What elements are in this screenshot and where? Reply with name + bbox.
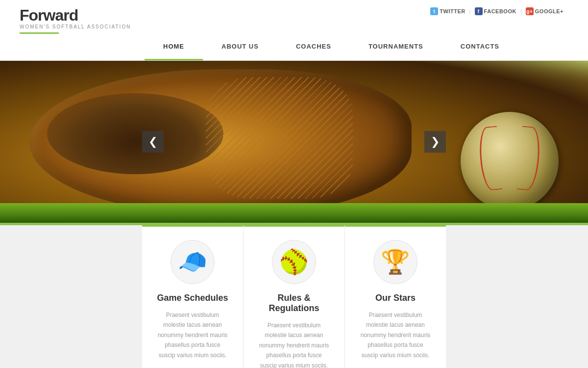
divider-2: | xyxy=(520,8,522,14)
card-text-stars: Praesent vestibulum molestie lacus aenea… xyxy=(360,310,431,368)
hero-visual xyxy=(0,61,588,223)
glove-pocket xyxy=(47,93,223,174)
facebook-icon: f xyxy=(475,7,483,15)
hero-slider: ❮ ❯ xyxy=(0,61,588,223)
trophy-icon: 🏆 xyxy=(381,248,410,276)
baseball xyxy=(461,112,559,210)
ball-stitch-right xyxy=(516,126,541,191)
slider-next-button[interactable]: ❯ xyxy=(424,131,446,153)
card-title-rules: Rules & Regulations xyxy=(258,293,330,314)
cards-section: 🧢 Game Schedules Praesent vestibulum mol… xyxy=(0,225,588,368)
card-icon-stars: 🏆 xyxy=(373,240,417,284)
card-icon-schedules: 🧢 xyxy=(171,240,215,284)
facebook-link[interactable]: f FACEBOOK xyxy=(475,7,516,15)
slider-prev-button[interactable]: ❮ xyxy=(142,131,164,153)
card-rules: 🥎 Rules & Regulations Praesent vestibulu… xyxy=(244,225,345,368)
nav-home[interactable]: HOME xyxy=(145,34,203,60)
twitter-icon: t xyxy=(430,7,438,15)
twitter-label: TWITTER xyxy=(440,8,465,14)
card-text-schedules: Praesent vestibulum molestie lacus aenea… xyxy=(157,310,228,368)
card-icon-rules: 🥎 xyxy=(272,240,316,284)
glove-lacing xyxy=(206,77,353,199)
nav-tournaments[interactable]: TOURNAMENTS xyxy=(350,34,442,60)
facebook-label: FACEBOOK xyxy=(484,8,516,14)
grass xyxy=(0,203,588,223)
card-title-stars: Our Stars xyxy=(375,293,416,303)
google-label: GOOGLE+ xyxy=(535,8,564,14)
card-game-schedules: 🧢 Game Schedules Praesent vestibulum mol… xyxy=(142,225,244,368)
top-header: Forward WOMEN'S SOFTBALL ASSOCIATION t T… xyxy=(0,0,588,34)
logo-title: Forward xyxy=(20,7,131,23)
twitter-link[interactable]: t TWITTER xyxy=(430,7,465,15)
divider-1: | xyxy=(469,8,471,14)
logo-subtitle: WOMEN'S SOFTBALL ASSOCIATION xyxy=(20,24,131,29)
google-link[interactable]: g+ GOOGLE+ xyxy=(526,7,564,15)
nav-coaches[interactable]: COACHES xyxy=(277,34,350,60)
logo-area: Forward WOMEN'S SOFTBALL ASSOCIATION xyxy=(20,7,131,34)
glove-icon: 🥎 xyxy=(279,248,309,276)
hat-icon: 🧢 xyxy=(178,248,207,276)
nav-contacts[interactable]: CONTACTS xyxy=(442,34,518,60)
card-title-schedules: Game Schedules xyxy=(157,293,228,303)
card-text-rules: Praesent vestibulum molestie lacus aenea… xyxy=(258,320,330,368)
logo-underline xyxy=(20,32,59,34)
card-stars: 🏆 Our Stars Praesent vestibulum molestie… xyxy=(345,225,446,368)
social-links: t TWITTER | f FACEBOOK | g+ GOOGLE+ xyxy=(430,7,564,25)
nav-about[interactable]: ABOUT US xyxy=(203,34,277,60)
hero-background xyxy=(0,61,588,223)
google-icon: g+ xyxy=(526,7,534,15)
nav-bar: HOME ABOUT US COACHES TOURNAMENTS CONTAC… xyxy=(0,34,588,61)
ball-stitch-left xyxy=(477,126,502,191)
